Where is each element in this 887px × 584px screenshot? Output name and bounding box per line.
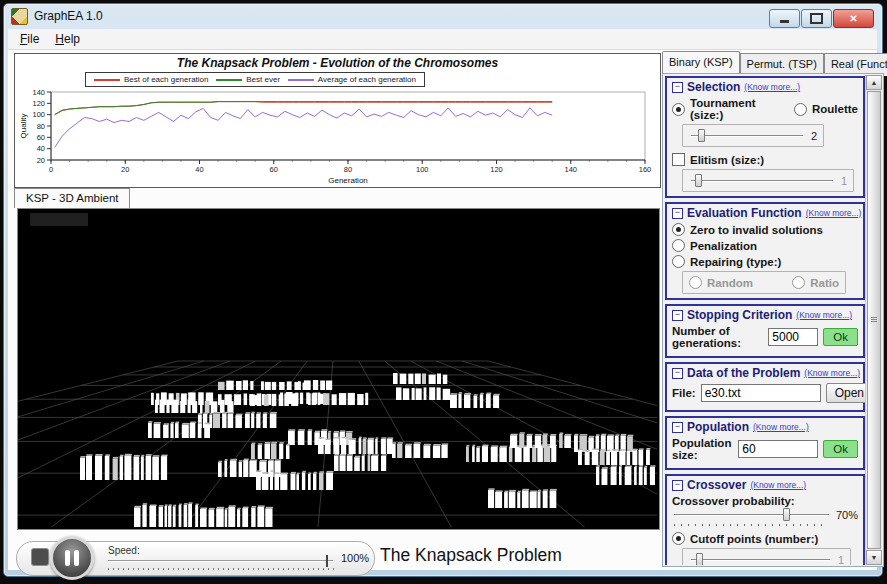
legend-label: Best of each generation	[124, 75, 209, 84]
section-title: Stopping Criterion	[687, 308, 792, 322]
speed-slider-ticks	[108, 568, 336, 570]
collapse-icon[interactable]: −	[672, 310, 683, 321]
3d-scene	[18, 209, 657, 527]
slider-track[interactable]	[691, 180, 833, 182]
cutoff-points-radio[interactable]	[672, 532, 685, 545]
scrollbar-thumb[interactable]	[867, 91, 881, 549]
population-ok-button[interactable]: Ok	[823, 440, 858, 458]
3d-viewport[interactable]	[17, 208, 660, 530]
tournament-size-slider[interactable]	[689, 129, 805, 142]
pause-button[interactable]	[50, 536, 94, 580]
speed-slider-thumb[interactable]	[326, 555, 328, 567]
roulette-label: Roulette	[812, 103, 858, 115]
crossover-probability-slider[interactable]	[672, 508, 831, 521]
random-radio[interactable]	[689, 276, 702, 289]
elitism-checkbox[interactable]	[672, 153, 685, 166]
ratio-radio[interactable]	[792, 276, 805, 289]
problem-title: The Knapsack Problem	[380, 545, 562, 566]
elitism-size-group: 1	[682, 169, 854, 192]
random-label: Random	[707, 277, 753, 289]
know-more-link[interactable]: (Know more...)	[753, 422, 809, 432]
svg-text:60: 60	[37, 133, 45, 142]
main-content: The Knapsack Problem - Evolution of the …	[8, 50, 877, 570]
speed-value: 100%	[341, 552, 369, 564]
know-more-link[interactable]: (Know more...)	[744, 82, 800, 92]
collapse-icon[interactable]: −	[672, 368, 683, 379]
slider-thumb[interactable]	[783, 508, 790, 521]
elitism-size-slider[interactable]	[689, 174, 835, 187]
collapse-icon[interactable]: −	[672, 82, 683, 93]
collapse-icon[interactable]: −	[672, 422, 683, 433]
parameters-panel: Binary (KSP) Permut. (TSP) Real (Functio…	[662, 51, 884, 567]
app-icon	[11, 8, 28, 25]
scroll-up-icon[interactable]: ▲	[866, 75, 882, 90]
slider-thumb[interactable]	[696, 553, 703, 565]
zero-invalid-radio[interactable]	[672, 223, 685, 236]
speed-slider[interactable]	[108, 555, 333, 567]
maximize-icon	[810, 13, 823, 24]
legend-swatch	[94, 79, 120, 81]
open-button[interactable]: Open	[826, 383, 865, 403]
pause-icon	[74, 550, 79, 566]
slider-ticks	[674, 524, 828, 526]
evolution-chart-panel: The Knapsack Problem - Evolution of the …	[14, 53, 661, 188]
tournament-radio[interactable]	[672, 103, 685, 116]
file-input[interactable]	[701, 384, 821, 402]
zero-invalid-label: Zero to invalid solutions	[690, 224, 823, 236]
repairing-radio[interactable]	[672, 255, 685, 268]
slider-track[interactable]	[691, 559, 830, 561]
pause-icon	[65, 550, 70, 566]
parameter-sections: − Selection (Know more...) Tournament (s…	[665, 76, 865, 565]
legend-item: Best ever	[216, 75, 280, 84]
stop-button[interactable]	[32, 549, 48, 565]
population-size-input[interactable]	[738, 440, 818, 458]
section-population: − Population (Know more...) Population s…	[665, 416, 865, 470]
collapse-icon[interactable]: −	[672, 208, 683, 219]
section-title: Data of the Problem	[687, 366, 800, 380]
know-more-link[interactable]: (Know more...)	[804, 368, 860, 378]
menu-file[interactable]: File	[12, 30, 47, 48]
generations-label: Number of generations:	[672, 325, 763, 349]
panel-scrollbar[interactable]: ▲ ▼	[865, 75, 882, 565]
svg-text:Generation: Generation	[328, 176, 368, 185]
legend-swatch	[288, 79, 314, 81]
menu-help[interactable]: Help	[47, 30, 88, 48]
titlebar[interactable]: GraphEA 1.0 ✕	[4, 4, 882, 28]
slider-track[interactable]	[691, 135, 803, 137]
speed-slider-track[interactable]	[108, 560, 333, 562]
slider-thumb[interactable]	[695, 174, 702, 187]
file-label: File:	[672, 387, 696, 399]
svg-text:80: 80	[37, 122, 45, 131]
cutoff-points-slider[interactable]	[689, 553, 832, 565]
svg-text:120: 120	[32, 99, 45, 108]
tab-ksp-3d-ambient[interactable]: KSP - 3D Ambient	[14, 188, 130, 208]
chart-title: The Knapsack Problem - Evolution of the …	[15, 56, 660, 70]
svg-text:140: 140	[32, 88, 45, 97]
legend-swatch	[216, 79, 242, 81]
tournament-size-value: 2	[811, 130, 817, 142]
svg-text:40: 40	[37, 144, 45, 153]
penalization-radio[interactable]	[672, 239, 685, 252]
maximize-button[interactable]	[801, 9, 832, 28]
scroll-down-icon[interactable]: ▼	[866, 550, 882, 565]
slider-track[interactable]	[674, 514, 829, 516]
roulette-radio[interactable]	[794, 103, 807, 116]
scrollbar-grip	[871, 317, 877, 323]
generations-ok-button[interactable]: Ok	[823, 328, 858, 346]
section-evaluation-function: − Evaluation Function (Know more...) Zer…	[665, 202, 865, 300]
close-button[interactable]: ✕	[833, 9, 874, 28]
section-title: Selection	[687, 80, 740, 94]
section-stopping-criterion: − Stopping Criterion (Know more...) Numb…	[665, 304, 865, 358]
app-window: GraphEA 1.0 ✕ File Help The Knapsack Pro…	[3, 3, 883, 577]
know-more-link[interactable]: (Know more...)	[806, 208, 862, 218]
ratio-label: Ratio	[810, 277, 839, 289]
close-icon: ✕	[849, 13, 857, 24]
svg-text:160: 160	[639, 165, 652, 174]
know-more-link[interactable]: (Know more...)	[796, 310, 852, 320]
section-title: Evaluation Function	[687, 206, 802, 220]
generations-input[interactable]	[768, 328, 818, 346]
know-more-link[interactable]: (Know more...)	[750, 480, 806, 490]
minimize-button[interactable]	[769, 9, 800, 28]
slider-thumb[interactable]	[698, 129, 705, 142]
collapse-icon[interactable]: −	[672, 480, 683, 491]
